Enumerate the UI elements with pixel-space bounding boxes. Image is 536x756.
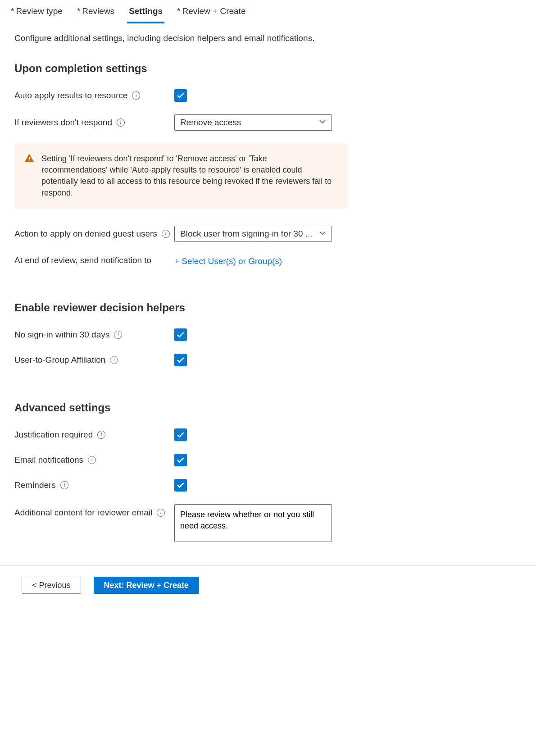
dropdown-value: Block user from signing-in for 30 ... — [180, 229, 319, 239]
affiliation-label: User-to-Group Affiliation — [14, 355, 105, 365]
check-icon — [176, 481, 185, 490]
wizard-tabs: *Review type *Reviews Settings *Review +… — [0, 0, 536, 23]
info-icon[interactable]: i — [88, 456, 96, 464]
previous-button[interactable]: < Previous — [22, 577, 81, 594]
warning-alert: Setting 'If reviewers don't respond' to … — [14, 143, 348, 209]
dropdown-value: Remove access — [180, 118, 319, 128]
info-icon[interactable]: i — [97, 431, 105, 439]
reminders-checkbox[interactable] — [174, 479, 187, 492]
tab-review-type[interactable]: *Review type — [9, 6, 64, 23]
reminders-label: Reminders — [14, 480, 56, 490]
justification-label: Justification required — [14, 430, 93, 440]
settings-panel: Configure additional settings, including… — [0, 23, 536, 542]
tab-review-create[interactable]: *Review + Create — [175, 6, 247, 23]
info-icon[interactable]: i — [157, 509, 165, 517]
denied-guest-dropdown[interactable]: Block user from signing-in for 30 ... — [174, 226, 332, 242]
additional-content-textarea[interactable] — [174, 504, 332, 542]
chevron-down-icon — [319, 118, 326, 128]
tab-settings[interactable]: Settings — [127, 6, 164, 23]
email-checkbox[interactable] — [174, 454, 187, 466]
auto-apply-label: Auto apply results to resource — [14, 91, 127, 100]
row-notify: At end of review, send notification to +… — [14, 255, 522, 266]
check-icon — [176, 91, 185, 100]
advanced-heading: Advanced settings — [14, 401, 522, 414]
intro-text: Configure additional settings, including… — [14, 33, 522, 43]
no-signin-checkbox[interactable] — [174, 328, 187, 341]
info-icon[interactable]: i — [162, 230, 170, 238]
completion-heading: Upon completion settings — [14, 62, 522, 75]
row-justification: Justification required i — [14, 428, 522, 441]
row-additional-content: Additional content for reviewer email i — [14, 504, 522, 542]
row-auto-apply: Auto apply results to resource i — [14, 89, 522, 102]
no-signin-label: No sign-in within 30 days — [14, 330, 109, 340]
wizard-footer: < Previous Next: Review + Create — [0, 565, 536, 594]
info-icon[interactable]: i — [117, 118, 125, 127]
row-reminders: Reminders i — [14, 479, 522, 492]
affiliation-checkbox[interactable] — [174, 354, 187, 366]
check-icon — [176, 455, 185, 465]
row-no-respond: If reviewers don't respond i Remove acce… — [14, 114, 522, 131]
no-respond-dropdown[interactable]: Remove access — [174, 114, 332, 131]
check-icon — [176, 430, 185, 439]
auto-apply-checkbox[interactable] — [174, 89, 187, 102]
chevron-down-icon — [319, 229, 326, 239]
row-email: Email notifications i — [14, 454, 522, 466]
info-icon[interactable]: i — [60, 481, 68, 489]
justification-checkbox[interactable] — [174, 428, 187, 441]
info-icon[interactable]: i — [114, 331, 122, 339]
no-respond-label: If reviewers don't respond — [14, 118, 112, 128]
additional-content-label: Additional content for reviewer email — [14, 508, 152, 518]
warning-text: Setting 'If reviewers don't respond' to … — [41, 153, 335, 199]
warning-icon — [24, 153, 34, 199]
select-users-link[interactable]: + Select User(s) or Group(s) — [174, 255, 282, 266]
notify-label: At end of review, send notification to — [14, 255, 151, 265]
check-icon — [176, 330, 185, 339]
next-button[interactable]: Next: Review + Create — [94, 577, 200, 594]
info-icon[interactable]: i — [132, 91, 140, 100]
email-label: Email notifications — [14, 455, 83, 465]
denied-guest-label: Action to apply on denied guest users — [14, 229, 157, 239]
row-affiliation: User-to-Group Affiliation i — [14, 354, 522, 366]
row-denied-guest: Action to apply on denied guest users i … — [14, 226, 522, 242]
tab-reviews[interactable]: *Reviews — [75, 6, 116, 23]
helpers-heading: Enable reviewer decision helpers — [14, 301, 522, 314]
row-no-signin: No sign-in within 30 days i — [14, 328, 522, 341]
check-icon — [176, 355, 185, 364]
info-icon[interactable]: i — [110, 356, 118, 364]
